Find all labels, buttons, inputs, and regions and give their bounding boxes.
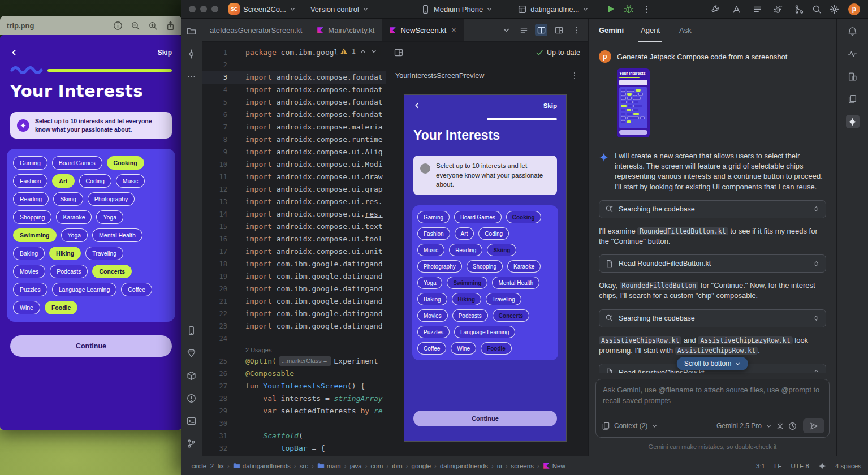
gemini-status-icon[interactable] — [818, 462, 826, 470]
expand-collapse-icon[interactable] — [813, 314, 820, 322]
tab-ateideasgeneratorscreen-kt[interactable]: ateIdeasGeneratorScreen.kt — [202, 19, 309, 41]
info-icon[interactable] — [113, 21, 123, 31]
tool-call-read-roundedfilledbutton-kt[interactable]: Read RoundedFilledButton.kt — [599, 254, 826, 273]
pull-requests-icon[interactable] — [794, 5, 804, 14]
send-button[interactable] — [803, 418, 824, 433]
settings-icon[interactable] — [830, 5, 839, 14]
close-tab-icon[interactable]: × — [451, 25, 456, 34]
chip-coding: Coding — [79, 174, 111, 188]
running-devices-icon[interactable] — [185, 323, 198, 337]
indent-setting[interactable]: 4 spaces — [835, 463, 861, 469]
breadcrumb-main[interactable]: main — [317, 462, 341, 469]
gemini-tab-ask[interactable]: Ask — [677, 19, 694, 42]
caret-position[interactable]: 3:1 — [756, 463, 765, 469]
project-tool-icon[interactable] — [185, 24, 198, 38]
tool-call-searching-the-codebase[interactable]: Searching the codebase — [599, 200, 826, 218]
more-tools-icon[interactable] — [185, 70, 198, 83]
gemini-settings-icon[interactable] — [776, 422, 784, 430]
gemini-chat: p Generate Jetpack Compose code from a s… — [589, 42, 836, 373]
window-controls[interactable] — [189, 6, 218, 12]
mockup-screenshot[interactable]: Skip Your Interests Select up to 10 inte… — [0, 35, 182, 430]
tab-newscreen-kt[interactable]: NewScreen.kt× — [382, 19, 463, 41]
problems-tool-icon[interactable] — [185, 391, 198, 405]
gem-tool-icon[interactable] — [185, 346, 198, 360]
tools-icon[interactable] — [711, 5, 720, 14]
line-ending[interactable]: LF — [774, 463, 781, 469]
zoom-in-icon[interactable] — [148, 21, 158, 31]
expand-collapse-icon[interactable] — [813, 260, 820, 267]
gemini-history-icon[interactable] — [788, 422, 797, 430]
editor-mode-design-icon[interactable] — [552, 24, 565, 36]
breadcrumb-new[interactable]: New — [543, 462, 565, 469]
attachment-thumbnail[interactable]: Your Interests — [617, 68, 650, 137]
next-issue-icon[interactable] — [370, 48, 377, 55]
breadcrumb-datingandfriends[interactable]: datingandfriends — [233, 462, 291, 469]
preview-layout-icon[interactable] — [394, 48, 403, 57]
terminal-tool-icon[interactable] — [185, 414, 198, 428]
notifications-icon[interactable] — [846, 24, 860, 38]
breadcrumb-datingandfriends[interactable]: datingandfriends — [440, 463, 488, 469]
code-editor[interactable]: 1package com.ibm.googl23import androidx.… — [202, 42, 386, 456]
expand-collapse-icon[interactable] — [813, 205, 820, 213]
code-line: 12import androidx.compose.ui.grap — [202, 183, 386, 196]
vcs-widget[interactable]: Version control — [310, 5, 369, 14]
breadcrumb-circle-2-fix[interactable]: _circle_2_fix — [188, 463, 224, 469]
run-button[interactable] — [606, 4, 616, 14]
breadcrumb-ui[interactable]: ui — [497, 463, 502, 469]
preview-name[interactable]: YourInterestsScreenPreview — [395, 72, 484, 80]
breadcrumb-com[interactable]: com — [371, 463, 383, 469]
gemini-input[interactable]: Ask Gemini, use @filename to attach sour… — [595, 379, 830, 438]
version-control-tool-icon[interactable] — [185, 437, 198, 450]
tool-call-searching-the-codebase[interactable]: Searching the codebase — [599, 309, 826, 327]
task-list-icon[interactable] — [753, 5, 762, 14]
run-config-selector[interactable]: datingandfrie... — [517, 5, 589, 14]
model-selector[interactable]: Gemini 2.5 Pro — [716, 422, 762, 430]
tab-list-icon[interactable] — [500, 24, 512, 36]
gemini-tab-agent[interactable]: Agent — [638, 19, 662, 42]
preview-phone[interactable]: Skip Your Interests Select up to 10 inte… — [404, 95, 566, 441]
chip-board-games: Board Games — [454, 211, 502, 223]
editor-mode-split-icon[interactable] — [535, 24, 547, 36]
preview-chip-grid: GamingBoard GamesCookingFashionArtCoding… — [412, 205, 558, 360]
breadcrumb-java[interactable]: java — [350, 463, 362, 469]
search-everywhere-icon[interactable] — [812, 5, 822, 14]
expand-collapse-icon[interactable] — [813, 369, 820, 373]
gemini-panel: Gemini AgentAsk p Generate Jetpack Compo… — [588, 19, 836, 456]
debug-button[interactable] — [624, 4, 634, 14]
code-line: 6import androidx.compose.foundat — [202, 109, 386, 121]
inspections-icon[interactable] — [732, 5, 741, 14]
editor-options-icon[interactable] — [570, 24, 582, 36]
ai-insights-icon[interactable] — [774, 5, 783, 14]
user-avatar[interactable]: p — [848, 3, 860, 15]
assistant-message: Okay, RoundedFilledButton for "Continue.… — [599, 280, 826, 301]
preview-options-icon[interactable] — [570, 71, 579, 80]
breadcrumb-src[interactable]: src — [300, 463, 308, 469]
context-icon[interactable] — [602, 422, 610, 430]
device-selector[interactable]: Medium Phone — [421, 5, 493, 14]
encoding[interactable]: UTF-8 — [791, 463, 809, 469]
build-tool-icon[interactable] — [185, 369, 198, 382]
usages-inlay-hint[interactable]: 2 Usages — [202, 345, 386, 355]
share-icon[interactable] — [166, 21, 175, 31]
context-selector[interactable]: Context (2) — [614, 422, 647, 430]
more-actions-icon[interactable] — [642, 5, 651, 14]
code-line: 8import androidx.compose.runtime — [202, 133, 386, 146]
breadcrumb-google[interactable]: google — [412, 463, 431, 469]
inspections-widget[interactable]: 1 — [336, 46, 381, 57]
chip-baking: Baking — [13, 247, 45, 260]
gemini-tool-icon[interactable] — [846, 115, 860, 128]
status-bar: _circle_2_fix›datingandfriends›src›main›… — [181, 456, 868, 475]
tab-mainactivity-kt[interactable]: MainActivity.kt — [309, 19, 382, 41]
chip-mental-health: Mental Health — [92, 228, 142, 242]
breadcrumb-screens[interactable]: screens — [511, 463, 534, 469]
scroll-to-bottom-button[interactable]: Scroll to bottom — [677, 357, 748, 370]
pages-tool-icon[interactable] — [846, 92, 860, 106]
previous-issue-icon[interactable] — [360, 48, 366, 55]
project-selector[interactable]: SC Screen2Co... — [228, 3, 296, 15]
device-explorer-icon[interactable] — [846, 70, 860, 83]
profiler-icon[interactable] — [846, 47, 860, 61]
editor-mode-code-icon[interactable] — [517, 24, 530, 36]
breadcrumb-ibm[interactable]: ibm — [392, 463, 403, 469]
commit-tool-icon[interactable] — [185, 47, 198, 61]
zoom-out-icon[interactable] — [131, 21, 140, 31]
